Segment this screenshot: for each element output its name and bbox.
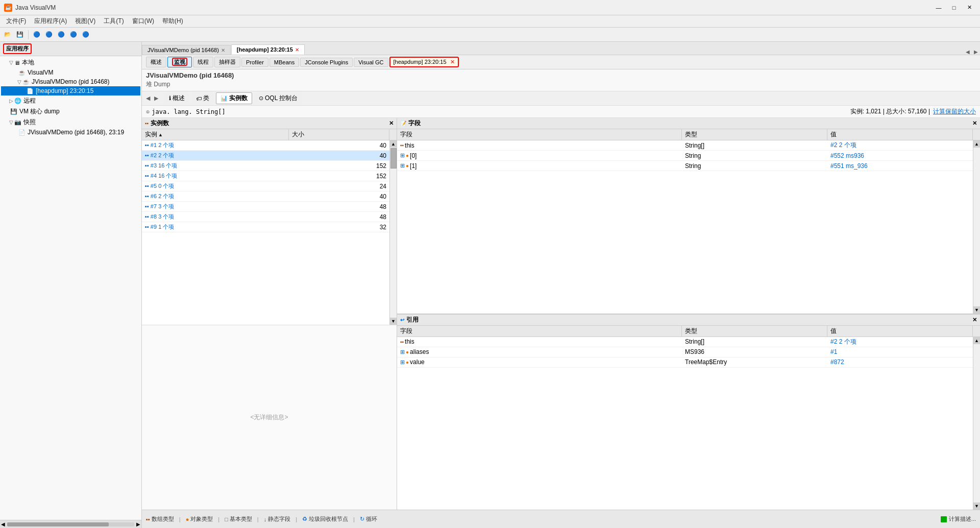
menu-view[interactable]: 视图(V): [71, 16, 100, 27]
field-row-0[interactable]: ⊞ ● [0] String #552 ms936: [397, 151, 973, 161]
nav-sampler[interactable]: 抽样器: [214, 57, 240, 67]
nav-threads[interactable]: 线程: [193, 57, 213, 67]
instance-panel-close[interactable]: ✕: [389, 120, 394, 127]
instance-row-6[interactable]: ▪▪ #6 2 个项 40: [142, 191, 389, 202]
tab-nav-right[interactable]: ▶: [972, 49, 980, 55]
menu-help[interactable]: 帮助(H): [158, 16, 187, 27]
tree-item-remote[interactable]: ▷ 🌐 远程: [1, 95, 140, 106]
heapdump-tab-close[interactable]: ✕: [450, 59, 455, 65]
instance-table-header: 实例 ▲ 大小: [142, 129, 397, 140]
sec-nav-oql[interactable]: ⊙OQL 控制台: [254, 92, 302, 104]
secondary-nav: ◀ ▶ ℹ概述 🏷类 📊实例数 ⊙OQL 控制台: [142, 91, 980, 106]
tab-heapdump-close[interactable]: ✕: [295, 47, 299, 53]
instance-row-4[interactable]: ▪▪ #4 16 个项 152: [142, 171, 389, 181]
refs-scroll-down[interactable]: ▼: [973, 502, 980, 510]
nav-overview[interactable]: 概述: [146, 57, 166, 67]
sec-nav-overview[interactable]: ℹ概述: [164, 92, 189, 104]
ref-row-this[interactable]: ▪▪ this String[] #2 2 个项: [397, 337, 973, 347]
nav-profiler[interactable]: Profiler: [241, 58, 268, 67]
tree-item-visualvm[interactable]: ☕ VisualVM: [1, 68, 140, 77]
tree-item-snapshot1[interactable]: 📄 JVisualVMDemo (pid 16468), 23:19: [1, 128, 140, 137]
tree-item-snapshots[interactable]: ▽ 📷 快照: [1, 117, 140, 128]
instance-row-8[interactable]: ▪▪ #8 3 个项 48: [142, 212, 389, 222]
nav-heapdump-tab[interactable]: [heapdump] 23:20:15 ✕: [389, 57, 459, 67]
expand-1-icon[interactable]: ⊞: [400, 162, 405, 169]
ref-aliases-name: ⊞ ● aliases: [397, 348, 682, 355]
scroll-up-btn[interactable]: ▲: [390, 140, 397, 148]
expand-icon-remote: ▷: [9, 98, 13, 104]
sec-nav-instances[interactable]: 📊实例数: [216, 92, 252, 104]
field-1-name: ⊞ ● [1]: [397, 162, 682, 170]
expand-value-icon[interactable]: ⊞: [400, 359, 405, 366]
array-type-icon: ▪▪: [146, 516, 150, 522]
refs-panel-close[interactable]: ✕: [972, 317, 977, 323]
ref-row-value[interactable]: ⊞ ● value TreeMap$Entry #872: [397, 357, 973, 368]
close-button[interactable]: ✕: [963, 1, 976, 14]
forward-btn[interactable]: ▶: [154, 95, 158, 102]
menu-file[interactable]: 文件(F): [2, 16, 30, 27]
refs-header: ↩ 引用 ✕: [397, 315, 980, 326]
refs-scrollbar[interactable]: ▲ ▼: [973, 337, 980, 510]
tab-nav-left[interactable]: ◀: [964, 49, 972, 55]
toolbar-btn-4[interactable]: 🔵: [43, 29, 55, 40]
instance-row-1[interactable]: ▪▪ #1 2 个项 40: [142, 140, 389, 151]
fields-scrollbar[interactable]: ▲ ▼: [973, 140, 980, 314]
scroll-right[interactable]: ▶: [136, 521, 140, 527]
nav-mbeans[interactable]: MBeans: [270, 58, 299, 67]
field-row-1[interactable]: ⊞ ● [1] String #551 ms_936: [397, 161, 973, 171]
app-icon: ☕: [4, 4, 12, 12]
expand-0-icon[interactable]: ⊞: [400, 152, 405, 159]
scroll-down-btn[interactable]: ▼: [390, 318, 397, 325]
sec-nav-classes[interactable]: 🏷类: [191, 92, 214, 104]
expand-aliases-icon[interactable]: ⊞: [400, 349, 405, 355]
instance-row-5[interactable]: ▪▪ #5 0 个项 24: [142, 181, 389, 191]
minimize-button[interactable]: —: [932, 1, 945, 14]
nav-jconsole[interactable]: JConsole Plugins: [300, 58, 353, 67]
tree-item-local[interactable]: ▽ 🖥 本地: [1, 57, 140, 68]
toolbar-btn-1[interactable]: 📂: [2, 29, 13, 40]
fields-panel: 📝 字段 ✕ 字段 类型 值: [397, 118, 980, 510]
class-stats-area: 实例: 1,021 | 总大小: 57,160 | 计算保留的大小: [850, 107, 976, 116]
tree-item-heapdump[interactable]: 📄 [heapdump] 23:20:15: [1, 86, 140, 95]
toolbar-btn-6[interactable]: 🔵: [68, 29, 79, 40]
toolbar-btn-5[interactable]: 🔵: [56, 29, 67, 40]
menu-app[interactable]: 应用程序(A): [30, 16, 71, 27]
calc-retained-link[interactable]: 计算保留的大小: [933, 107, 976, 116]
scroll-left[interactable]: ◀: [1, 521, 5, 527]
toolbar-btn-3[interactable]: 🔵: [31, 29, 42, 40]
instance-row-2[interactable]: ▪▪ #2 2 个项 40: [142, 151, 389, 161]
instance-row-9[interactable]: ▪▪ #9 1 个项 32: [142, 222, 389, 232]
scroll-thumb[interactable]: [390, 148, 397, 169]
instance-row-3-id: ▪▪ #3 16 个项: [142, 162, 289, 170]
nav-visual-gc[interactable]: Visual GC: [354, 58, 388, 67]
fields-panel-close[interactable]: ✕: [972, 120, 977, 127]
calc-status: 计算描述...: [941, 515, 976, 523]
refs-scroll-up[interactable]: ▲: [973, 337, 980, 344]
instance-header-label: 实例数: [151, 119, 169, 128]
obj-type-label: 对象类型: [190, 515, 213, 523]
toolbar-btn-7[interactable]: 🔵: [80, 29, 91, 40]
nav-monitor[interactable]: 监视: [167, 57, 192, 67]
th-field-type: 类型: [682, 129, 827, 140]
field-row-this[interactable]: ▪▪ this String[] #2 2 个项: [397, 140, 973, 151]
fields-scroll-down[interactable]: ▼: [973, 306, 980, 314]
tab-demo-close[interactable]: ✕: [221, 47, 225, 53]
tab-heapdump[interactable]: [heapdump] 23:20:15 ✕: [231, 44, 305, 55]
fields-scroll-up[interactable]: ▲: [973, 140, 980, 148]
obj-type-icon: ●: [186, 516, 189, 522]
maximize-button[interactable]: □: [947, 1, 961, 14]
tree-item-demo[interactable]: ▽ ☕ JVisualVMDemo (pid 16468): [1, 77, 140, 86]
instance-row-3[interactable]: ▪▪ #3 16 个项 152: [142, 161, 389, 171]
toolbar-btn-2[interactable]: 💾: [14, 29, 26, 40]
field-0-value: #552 ms936: [827, 152, 973, 159]
back-btn[interactable]: ◀: [146, 95, 150, 102]
menu-window[interactable]: 窗口(W): [128, 16, 158, 27]
menu-tools[interactable]: 工具(T): [100, 16, 128, 27]
instance-row-7[interactable]: ▪▪ #7 3 个项 48: [142, 202, 389, 212]
tree-item-vmdump[interactable]: 💾 VM 核心 dump: [1, 106, 140, 117]
instance-scrollbar[interactable]: ▲ ▼: [389, 140, 397, 325]
tree-area: ▽ 🖥 本地 ☕ VisualVM ▽ ☕ JVisualVMDemo (pid…: [0, 56, 141, 520]
left-panel-scrollbar: ◀ ▶: [0, 520, 141, 528]
ref-row-aliases[interactable]: ⊞ ● aliases MS936 #1: [397, 347, 973, 357]
tab-demo[interactable]: JVisualVMDemo (pid 16468) ✕: [142, 45, 231, 55]
